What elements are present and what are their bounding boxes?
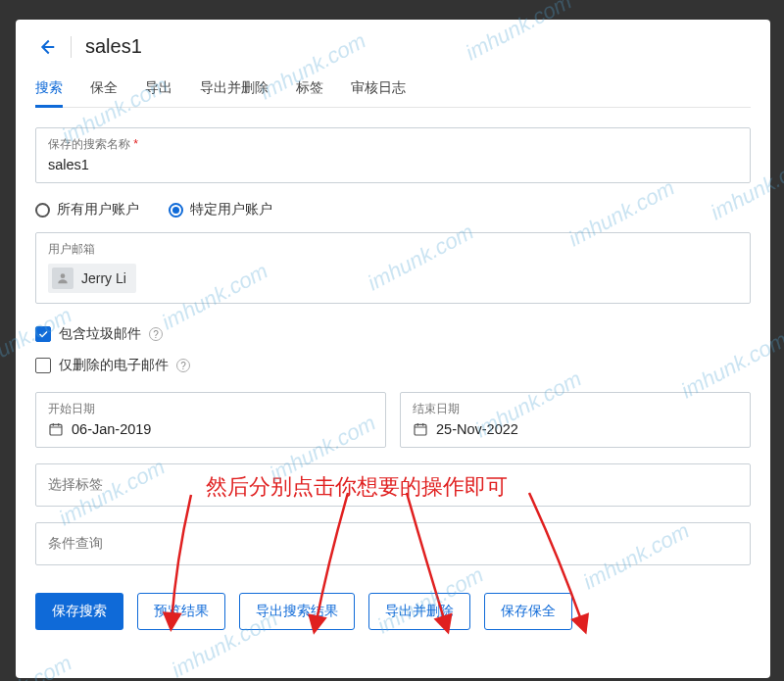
tab-preserve[interactable]: 保全 [90,72,118,107]
svg-point-0 [61,273,66,278]
header: sales1 搜索 保全 导出 导出并删除 标签 审核日志 [16,20,770,108]
start-date-value: 06-Jan-2019 [36,417,385,447]
help-icon[interactable]: ? [149,327,163,341]
deleted-only-label: 仅删除的电子邮件 [59,357,169,374]
deleted-only-row: 仅删除的电子邮件 ? [35,357,751,374]
export-results-button[interactable]: 导出搜索结果 [239,593,355,630]
page-title: sales1 [85,35,142,58]
saved-name-label: 保存的搜索名称 * [36,128,750,153]
condition-query-field[interactable]: 条件查询 [35,522,751,565]
calendar-icon [413,421,428,437]
include-spam-label: 包含垃圾邮件 [59,325,141,343]
avatar-icon [52,268,74,289]
divider [71,36,72,58]
calendar-icon [48,421,64,437]
tab-tags[interactable]: 标签 [296,72,323,107]
radio-all-users[interactable]: 所有用户账户 [35,201,139,219]
user-chip[interactable]: Jerry Li [48,264,136,293]
titlebar: sales1 [35,35,751,58]
end-date-value: 25-Nov-2022 [401,417,750,447]
radio-specific-user[interactable]: 特定用户账户 [169,201,272,219]
user-chip-name: Jerry Li [81,270,126,286]
radio-off-icon [35,203,50,218]
export-delete-button[interactable]: 导出并删除 [368,593,470,630]
tabs: 搜索 保全 导出 导出并删除 标签 审核日志 [35,72,751,108]
date-row: 开始日期 06-Jan-2019 结束日期 25-Nov-2022 [35,392,751,448]
include-spam-checkbox[interactable] [35,326,51,342]
end-date-field[interactable]: 结束日期 25-Nov-2022 [400,392,751,448]
radio-on-icon [169,203,183,218]
saved-name-value: sales1 [36,153,750,182]
app-frame: sales1 搜索 保全 导出 导出并删除 标签 审核日志 保存的搜索名称 * … [16,20,770,678]
back-arrow-icon[interactable] [35,36,57,58]
radio-specific-label: 特定用户账户 [190,201,272,219]
user-email-field[interactable]: 用户邮箱 Jerry Li [35,232,751,304]
start-date-field[interactable]: 开始日期 06-Jan-2019 [35,392,386,448]
help-icon[interactable]: ? [176,359,190,372]
preview-results-button[interactable]: 预览结果 [137,593,225,630]
tab-search[interactable]: 搜索 [35,72,63,107]
tab-export[interactable]: 导出 [145,72,172,107]
save-preserve-button[interactable]: 保存保全 [484,593,572,630]
select-tag-field[interactable]: 选择标签 [35,463,751,507]
button-bar: 保存搜索 预览结果 导出搜索结果 导出并删除 保存保全 [35,593,751,630]
tab-export-delete[interactable]: 导出并删除 [200,72,269,107]
save-search-button[interactable]: 保存搜索 [35,593,123,630]
account-scope-radios: 所有用户账户 特定用户账户 [35,201,751,219]
svg-rect-1 [50,424,62,435]
tab-audit[interactable]: 审核日志 [351,72,406,107]
start-date-label: 开始日期 [36,393,385,417]
saved-name-field[interactable]: 保存的搜索名称 * sales1 [35,127,751,183]
end-date-label: 结束日期 [401,393,750,417]
user-email-label: 用户邮箱 [48,241,738,258]
deleted-only-checkbox[interactable] [35,358,51,373]
form-body: 保存的搜索名称 * sales1 所有用户账户 特定用户账户 用户邮箱 Jerr… [16,108,770,650]
radio-all-label: 所有用户账户 [57,201,139,219]
include-spam-row: 包含垃圾邮件 ? [35,325,751,343]
svg-rect-2 [415,424,426,435]
